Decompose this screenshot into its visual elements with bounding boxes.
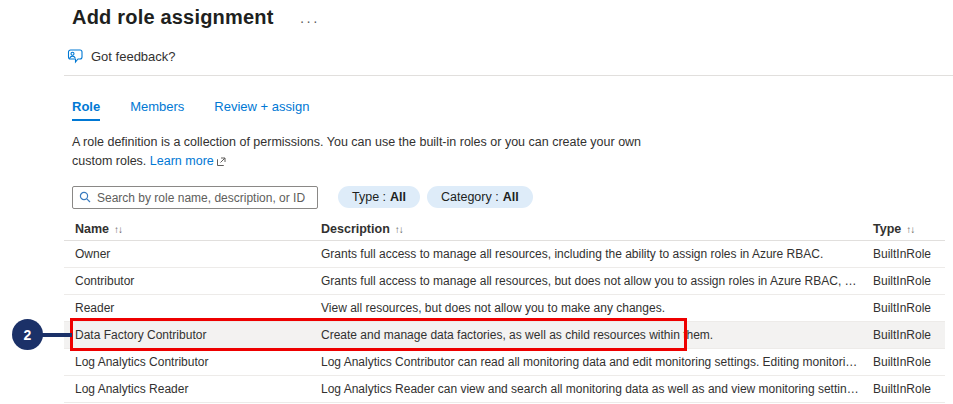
tab-bar: Role Members Review + assign [72,99,309,121]
roles-table: Name↑↓ Description↑↓ Type↑↓ Owner Grants… [64,218,945,403]
sort-icon: ↑↓ [395,224,403,235]
type-filter-pill[interactable]: Type : All [338,186,420,208]
more-options-ellipsis-icon[interactable]: ··· [300,8,320,28]
external-link-icon [217,153,226,172]
column-header-description[interactable]: Description↑↓ [310,222,862,236]
role-name: Data Factory Contributor [64,328,310,342]
table-row-log-analytics-contributor[interactable]: Log Analytics Contributor Log Analytics … [64,349,945,376]
feedback-icon [66,49,83,64]
role-name: Contributor [64,274,310,288]
table-row-log-analytics-reader[interactable]: Log Analytics Reader Log Analytics Reade… [64,376,945,403]
role-description: Grants full access to manage all resourc… [310,247,862,261]
table-row-reader[interactable]: Reader View all resources, but does not … [64,295,945,322]
got-feedback-button[interactable]: Got feedback? [66,49,176,64]
role-type: BuiltInRole [862,382,945,396]
type-filter-value: All [390,190,406,204]
table-row-contributor[interactable]: Contributor Grants full access to manage… [64,268,945,295]
annotation-step-badge: 2 [12,319,43,350]
role-type: BuiltInRole [862,247,945,261]
blade-header: Add role assignment ··· [72,6,320,29]
tab-members[interactable]: Members [130,99,184,121]
role-name: Log Analytics Contributor [64,355,310,369]
role-type: BuiltInRole [862,274,945,288]
role-search-box [72,186,318,209]
role-name: Reader [64,301,310,315]
tab-role[interactable]: Role [72,99,100,121]
role-description: View all resources, but does not allow y… [310,301,862,315]
role-description: Log Analytics Reader can view and search… [310,382,862,396]
category-filter-label: Category : [441,190,499,204]
role-name: Owner [64,247,310,261]
category-filter-pill[interactable]: Category : All [427,186,533,208]
role-type: BuiltInRole [862,301,945,315]
sort-icon: ↑↓ [906,224,914,235]
role-description: Create and manage data factories, as wel… [310,328,862,342]
role-name: Log Analytics Reader [64,382,310,396]
type-filter-label: Type : [352,190,386,204]
learn-more-link[interactable]: Learn more [150,154,226,168]
column-header-type[interactable]: Type↑↓ [862,222,945,236]
add-role-assignment-blade: Add role assignment ··· Got feedback? Ro… [0,0,953,404]
feedback-label: Got feedback? [91,49,176,64]
table-row-data-factory-contributor[interactable]: Data Factory Contributor Create and mana… [64,322,945,349]
table-header-row: Name↑↓ Description↑↓ Type↑↓ [64,218,945,241]
search-input[interactable] [97,191,311,205]
role-type: BuiltInRole [862,328,945,342]
sort-icon: ↑↓ [114,224,122,235]
page-title: Add role assignment [72,6,274,29]
search-icon [79,189,91,207]
category-filter-value: All [503,190,519,204]
column-header-name[interactable]: Name↑↓ [64,222,310,236]
role-type: BuiltInRole [862,355,945,369]
tab-review-assign[interactable]: Review + assign [214,99,309,121]
role-definition-description: A role definition is a collection of per… [72,133,650,172]
table-row-owner[interactable]: Owner Grants full access to manage all r… [64,241,945,268]
role-description: Grants full access to manage all resourc… [310,274,862,288]
role-description: Log Analytics Contributor can read all m… [310,355,862,369]
learn-more-label: Learn more [150,154,214,168]
header-divider [64,75,953,76]
